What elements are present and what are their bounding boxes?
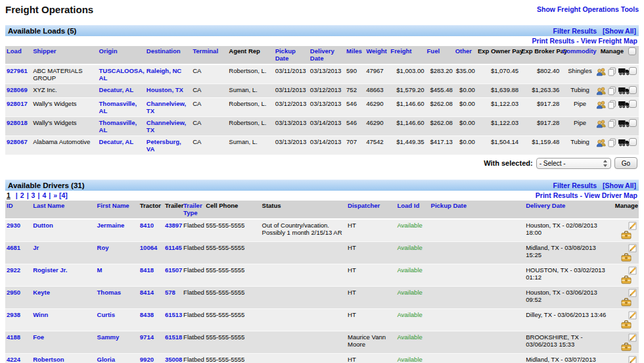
toolbox-icon[interactable]	[621, 231, 632, 239]
toolbox-icon[interactable]	[621, 298, 632, 306]
copy-icon[interactable]	[608, 138, 616, 147]
load-number-link[interactable]: 928067	[7, 138, 28, 145]
note-edit-icon[interactable]	[628, 356, 637, 363]
origin-link[interactable]: TUSCALOOSA, AL	[99, 67, 145, 82]
note-edit-icon[interactable]	[628, 289, 637, 297]
toolbox-icon[interactable]	[621, 253, 632, 262]
drivers-filter-results-link[interactable]: Filter Results	[553, 182, 597, 189]
load-row-checkbox[interactable]	[629, 138, 637, 146]
view-freight-map-link[interactable]: View Freight Map	[581, 37, 637, 45]
note-edit-icon[interactable]	[628, 222, 637, 230]
pagination-page-2-link[interactable]: 2	[20, 191, 24, 199]
toolbox-icon[interactable]	[621, 276, 632, 284]
pagination-page-4-link[interactable]: 4	[42, 191, 46, 199]
driver-last-name-link[interactable]: Robertson	[33, 356, 64, 363]
driver-id-link[interactable]: 2922	[7, 266, 20, 274]
col-last-name[interactable]: Last Name	[33, 202, 64, 209]
trailer-link[interactable]: 35008	[165, 356, 182, 363]
trailer-link[interactable]: 61518	[165, 333, 182, 341]
tractor-link[interactable]: 10064	[140, 244, 157, 251]
people-icon[interactable]	[596, 68, 606, 76]
col-terminal[interactable]: Terminal	[193, 47, 218, 55]
driver-first-name-link[interactable]: Roy	[97, 244, 109, 251]
driver-last-name-link[interactable]: Rogister Jr.	[33, 266, 67, 274]
select-all-loads-checkbox[interactable]	[628, 47, 636, 55]
driver-first-name-link[interactable]: Gloria	[97, 356, 115, 363]
copy-icon[interactable]	[608, 86, 616, 95]
driver-first-name-link[interactable]: Sammy	[97, 333, 120, 341]
tractor-link[interactable]: 8414	[140, 289, 154, 296]
pagination-page-3-link[interactable]: 3	[32, 191, 35, 199]
copy-icon[interactable]	[608, 119, 616, 128]
col-load-id[interactable]: Load Id	[397, 202, 419, 209]
col-miles[interactable]: Miles	[346, 47, 362, 55]
load-row-checkbox[interactable]	[629, 119, 637, 127]
pagination-last-link[interactable]: [4]	[59, 191, 68, 199]
driver-first-name-link[interactable]: Thomas	[97, 289, 121, 296]
destination-link[interactable]: Raleigh, NC	[147, 67, 181, 74]
driver-id-link[interactable]: 4681	[7, 244, 20, 251]
loads-show-all-link[interactable]: [Show All]	[603, 27, 636, 35]
drivers-show-all-link[interactable]: [Show All]	[603, 182, 636, 189]
people-icon[interactable]	[596, 120, 606, 128]
go-button[interactable]: Go	[614, 157, 637, 169]
col-id[interactable]: ID	[7, 202, 13, 209]
col-destination[interactable]: Destination	[147, 47, 181, 55]
col-weight[interactable]: Weight	[366, 47, 387, 55]
driver-last-name-link[interactable]: Dutton	[33, 222, 53, 229]
load-number-link[interactable]: 928017	[7, 100, 28, 107]
tractor-link[interactable]: 8410	[140, 222, 154, 229]
load-number-link[interactable]: 928069	[7, 86, 28, 93]
note-edit-icon[interactable]	[628, 266, 637, 275]
people-icon[interactable]	[596, 87, 606, 95]
trailer-link[interactable]: 61145	[165, 244, 182, 251]
tractor-link[interactable]: 9714	[140, 333, 154, 341]
note-edit-icon[interactable]	[628, 311, 637, 320]
copy-icon[interactable]	[608, 100, 616, 109]
driver-id-link[interactable]: 2938	[7, 311, 20, 318]
trailer-link[interactable]: 61507	[165, 266, 182, 274]
note-edit-icon[interactable]	[628, 244, 637, 253]
col-commodity[interactable]: Commodity	[562, 47, 596, 55]
pagination-next-link[interactable]: »	[53, 191, 57, 199]
tractor-link[interactable]: 8438	[140, 311, 154, 318]
col-driver-pickup-date[interactable]: Pickup Date	[431, 202, 467, 209]
toolbox-icon[interactable]	[621, 343, 632, 351]
origin-link[interactable]: Decatur, AL	[99, 86, 133, 93]
col-freight[interactable]: Freight	[390, 47, 411, 55]
trailer-link[interactable]: 578	[165, 289, 175, 296]
col-trailer-type[interactable]: Trailer Type	[183, 202, 202, 216]
col-first-name[interactable]: First Name	[97, 202, 129, 209]
destination-link[interactable]: Channelview, TX	[147, 119, 186, 133]
load-row-checkbox[interactable]	[629, 86, 637, 94]
col-dispatcher[interactable]: Dispatcher	[348, 202, 380, 209]
destination-link[interactable]: Petersburg, VA	[147, 138, 181, 153]
col-delivery-date[interactable]: Delivery Date	[310, 47, 334, 62]
view-driver-map-link[interactable]: View Driver Map	[584, 191, 637, 199]
driver-first-name-link[interactable]: M	[97, 266, 103, 274]
col-other[interactable]: Other	[455, 47, 472, 55]
col-load[interactable]: Load	[7, 47, 22, 55]
load-row-checkbox[interactable]	[629, 67, 637, 75]
trailer-link[interactable]: 43897	[165, 222, 182, 229]
col-driver-delivery-date[interactable]: Delivery Date	[526, 202, 565, 209]
tractor-link[interactable]: 9920	[140, 356, 154, 363]
people-icon[interactable]	[596, 139, 606, 147]
loads-print-results-link[interactable]: Print Results	[532, 37, 575, 45]
people-icon[interactable]	[596, 101, 606, 109]
driver-last-name-link[interactable]: Foe	[33, 333, 44, 341]
drivers-print-results-link[interactable]: Print Results	[536, 191, 578, 199]
driver-last-name-link[interactable]: Keyte	[33, 289, 50, 296]
destination-link[interactable]: Channelview, TX	[147, 100, 186, 114]
driver-id-link[interactable]: 2950	[7, 289, 20, 296]
copy-icon[interactable]	[608, 67, 616, 76]
col-origin[interactable]: Origin	[99, 47, 118, 55]
driver-id-link[interactable]: 4224	[7, 356, 20, 363]
loads-filter-results-link[interactable]: Filter Results	[553, 27, 597, 35]
toolbox-icon[interactable]	[621, 320, 632, 329]
col-pickup-date[interactable]: Pickup Date	[275, 47, 296, 62]
col-shipper[interactable]: Shipper	[33, 47, 56, 55]
driver-id-link[interactable]: 4188	[7, 333, 20, 341]
load-number-link[interactable]: 927961	[7, 67, 28, 74]
show-freight-operations-tools-link[interactable]: Show Freight Operations Tools	[537, 5, 639, 13]
